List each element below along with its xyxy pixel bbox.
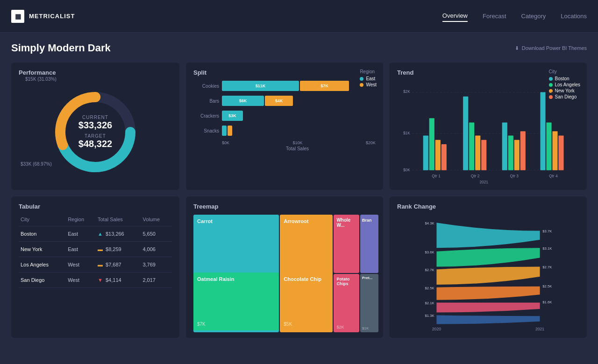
download-button[interactable]: ⬇ Download Power BI Themes (515, 45, 587, 51)
nav-forecast[interactable]: Forecast (483, 11, 506, 21)
cookies-east-bar: $11K (222, 81, 299, 91)
current-label: CURRENT (78, 115, 112, 120)
snacks-east-bar (222, 126, 227, 136)
nav-locations[interactable]: Locations (561, 11, 587, 21)
svg-text:$1.6K: $1.6K (542, 300, 552, 304)
cell-sales: ▬ $7,687 (96, 257, 141, 273)
svg-text:$2.7K: $2.7K (425, 268, 435, 272)
table-row: San Diego West ▼ $4,114 2,017 (19, 273, 172, 288)
bar-row-cookies: Cookies $11K $7K (193, 81, 376, 91)
treemap-card: Treemap Carrot $7K Arrowroot $5K Whole W… (186, 196, 383, 338)
cell-city: New York (19, 242, 66, 257)
svg-text:$2.5K: $2.5K (542, 284, 552, 288)
cell-volume: 4,006 (141, 242, 172, 257)
bars-cookies: $11K $7K (222, 81, 376, 91)
cell-sales: ▼ $4,114 (96, 273, 141, 288)
app-name: METRICALIST (29, 13, 75, 20)
header: ▦ METRICALIST Overview Forecast Category… (0, 0, 598, 33)
donut-center: CURRENT $33,326 TARGET $48,322 (78, 115, 112, 149)
tabular-card: Tabular City Region Total Sales Volume B… (11, 196, 179, 338)
cell-region: East (66, 226, 96, 242)
target-label: TARGET (78, 133, 112, 139)
treemap-bran: Bran (360, 215, 378, 273)
svg-rect-26 (540, 92, 545, 170)
col-region: Region (66, 215, 96, 226)
svg-text:$2.1K: $2.1K (425, 301, 435, 305)
svg-text:Qtr 4: Qtr 4 (549, 174, 558, 179)
svg-text:Qtr 3: Qtr 3 (510, 174, 519, 179)
nav-overview[interactable]: Overview (442, 10, 468, 22)
table-header-row: City Region Total Sales Volume (19, 215, 172, 226)
cell-city: Los Angeles (19, 257, 66, 273)
cell-region: West (66, 257, 96, 273)
svg-text:$2.5K: $2.5K (425, 286, 435, 290)
bar-row-crackers: Crackers $3K (193, 111, 376, 121)
download-label: Download Power BI Themes (522, 45, 587, 51)
svg-rect-29 (558, 135, 563, 170)
cell-volume: 5,650 (141, 226, 172, 242)
rank-card: Rank Change $4.3K $3 (390, 196, 587, 338)
bar-label-crackers: Crackers (193, 113, 219, 119)
svg-rect-25 (520, 131, 526, 170)
rank-chart: $4.3K $3.6K $2.7K $2.5K $2.1K $1.3K $3.7… (397, 215, 579, 331)
legend-east: East (360, 76, 377, 81)
split-bar-chart: Cookies $11K $7K Bars $6K $4K Crac (193, 81, 376, 136)
donut-container: CURRENT $33,326 TARGET $48,322 (19, 81, 172, 183)
svg-rect-15 (429, 118, 434, 170)
col-volume: Volume (141, 215, 172, 226)
table-row: New York East ▬ $8,259 4,006 (19, 242, 172, 257)
cell-sales: ▬ $8,259 (96, 242, 141, 257)
page-title-row: Simply Modern Dark ⬇ Download Power BI T… (11, 42, 587, 54)
svg-text:$0K: $0K (403, 168, 410, 172)
west-label: West (366, 82, 377, 87)
bar-row-bars: Bars $6K $4K (193, 96, 376, 106)
current-value: $33,326 (78, 120, 112, 131)
cell-region: West (66, 273, 96, 288)
snacks-west-bar (228, 126, 232, 136)
bottom-row: Tabular City Region Total Sales Volume B… (11, 196, 587, 338)
perf-annotation-bottom: $33K (68.97%) (21, 161, 52, 167)
svg-rect-20 (475, 135, 480, 170)
split-legend: Region East West (360, 69, 377, 88)
treemap-carrot: Carrot $7K (193, 215, 279, 332)
x-axis-title: Total Sales (193, 146, 376, 151)
x-axis-labels: $0K $10K $20K (193, 140, 376, 145)
cell-region: East (66, 242, 96, 257)
bar-label-snacks: Snacks (193, 128, 219, 133)
legend-west: West (360, 82, 377, 87)
table-row: Boston East ▲ $13,266 5,650 (19, 226, 172, 242)
bar-row-snacks: Snacks (193, 126, 376, 136)
trend-chart: $2K $1K $0K Qtr 1 Qtr 2 Qtr 3 Qtr 4 2021 (397, 81, 579, 183)
cell-volume: 2,017 (141, 273, 172, 288)
svg-rect-16 (435, 140, 441, 170)
east-dot (360, 77, 363, 81)
bars-east-bar: $6K (222, 96, 264, 106)
svg-text:Qtr 2: Qtr 2 (471, 174, 480, 179)
trend-legend-title: City (549, 69, 581, 74)
svg-text:Qtr 1: Qtr 1 (432, 174, 441, 179)
page-title: Simply Modern Dark (11, 42, 111, 54)
svg-text:$4.3K: $4.3K (425, 221, 435, 225)
rank-svg: $4.3K $3.6K $2.7K $2.5K $2.1K $1.3K $3.7… (397, 215, 579, 331)
bar-label-bars: Bars (193, 98, 219, 104)
cell-sales: ▲ $13,266 (96, 226, 141, 242)
treemap-potatochips: Potato Chips $2K (334, 274, 359, 332)
split-card: Split Region East West Cookies $11K (186, 63, 383, 190)
bars-snacks (222, 126, 376, 136)
svg-text:$3.1K: $3.1K (542, 246, 552, 251)
tabular-title: Tabular (19, 203, 172, 210)
nav: Overview Forecast Category Locations (442, 10, 587, 22)
split-title: Split (193, 69, 376, 76)
treemap-title: Treemap (193, 203, 376, 210)
nav-category[interactable]: Category (521, 11, 546, 21)
logo-area: ▦ METRICALIST (11, 10, 75, 23)
bar-label-cookies: Cookies (193, 84, 219, 89)
cell-city: San Diego (19, 273, 66, 288)
treemap-grid: Carrot $7K Arrowroot $5K Whole W... Bran (193, 215, 376, 331)
treemap-wholew: Whole W... (334, 215, 359, 273)
svg-rect-18 (463, 97, 468, 170)
download-icon: ⬇ (515, 45, 519, 51)
west-dot (360, 83, 363, 87)
treemap-pret: Pret... $1K (360, 274, 378, 332)
svg-text:2020: 2020 (432, 327, 441, 331)
